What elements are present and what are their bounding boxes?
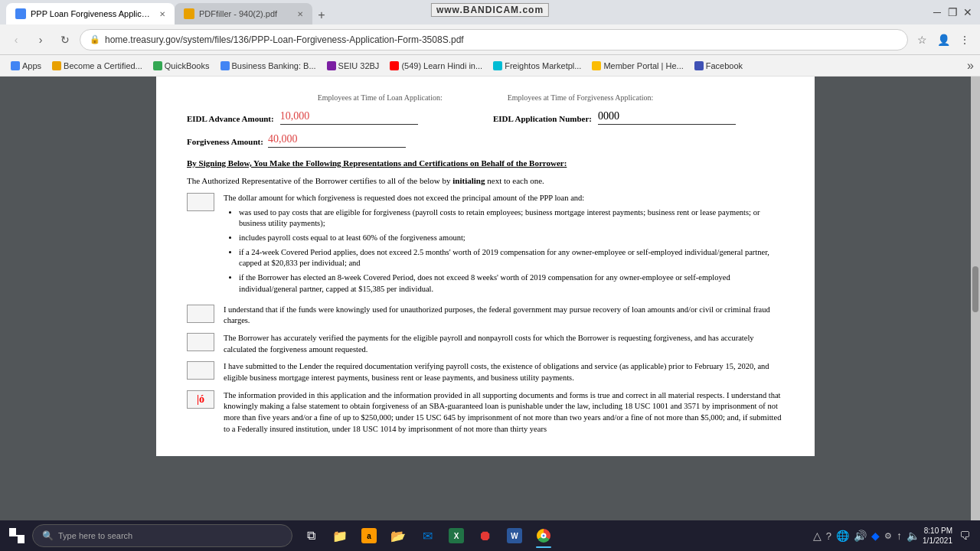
forgiveness-amount-value[interactable]: 40,000 xyxy=(268,131,406,148)
cert-text-1: The dollar amount for which forgiveness … xyxy=(224,193,784,298)
bookmark-freightos[interactable]: Freightos Marketpl... xyxy=(488,60,586,72)
eidl-application-value[interactable]: 0000 xyxy=(598,108,736,125)
forgiveness-amount-label: Forgiveness Amount: xyxy=(187,135,263,148)
tray-update-icon[interactable]: ↑ xyxy=(897,530,902,542)
cert-bullet-list-1: was used to pay costs that are eligible … xyxy=(224,207,784,295)
pdf-content: Employees at Time of Loan Application: E… xyxy=(156,77,815,456)
cert-box-4[interactable] xyxy=(187,361,214,380)
window-controls: ─ ❐ ✕ xyxy=(931,6,974,18)
close-button[interactable]: ✕ xyxy=(962,6,974,18)
bookmark-label-member: Member Portal | He... xyxy=(603,61,683,70)
taskbar-search[interactable]: 🔍 Type here to search xyxy=(32,524,292,547)
nav-bar: ‹ › ↻ 🔒 home.treasury.gov/system/files/1… xyxy=(0,24,980,55)
windows-logo-icon xyxy=(9,528,24,543)
tray-network-icon[interactable]: 🌐 xyxy=(836,530,849,542)
forward-button[interactable]: › xyxy=(31,30,51,50)
eidl-advance-field: EIDL Advance Amount: 10,000 xyxy=(187,108,478,125)
taskbar-icons-group: ⧉ 📁 a 📂 ✉ X ⏺ W xyxy=(294,522,812,549)
tray-extra-icon[interactable]: ⚙ xyxy=(884,531,892,541)
pdf-truncated-header: Employees at Time of Loan Application: E… xyxy=(187,92,784,103)
minimize-button[interactable]: ─ xyxy=(931,6,943,18)
tray-volume-icon[interactable]: 🔊 xyxy=(854,530,867,542)
bookmark-favicon-facebook xyxy=(694,61,704,70)
tray-expand-icon[interactable]: △ xyxy=(813,530,822,542)
bookmark-quickbooks[interactable]: QuickBooks xyxy=(149,60,214,72)
word-icon: W xyxy=(507,528,522,543)
chrome-button[interactable] xyxy=(530,522,557,549)
bookmark-banking[interactable]: Business Banking: B... xyxy=(216,60,321,72)
taskview-button[interactable]: ⧉ xyxy=(297,522,325,549)
word-button[interactable]: W xyxy=(501,522,528,549)
bookmark-facebook[interactable]: Facebook xyxy=(690,60,747,72)
eidl-application-field: EIDL Application Number: 0000 xyxy=(493,108,784,125)
menu-icon[interactable]: ⋮ xyxy=(956,31,974,49)
excel-icon: X xyxy=(449,528,464,543)
certification-item-2: I understand that if the funds were know… xyxy=(187,305,784,327)
record-icon: ⏺ xyxy=(478,528,493,543)
new-tab-button[interactable]: + xyxy=(312,6,331,24)
scroll-track[interactable] xyxy=(971,77,980,551)
start-button[interactable] xyxy=(3,522,31,549)
tray-question-icon[interactable]: ? xyxy=(826,530,831,542)
amazon-button[interactable]: a xyxy=(355,522,383,549)
bookmark-apps[interactable]: Apps xyxy=(6,60,46,72)
tab-close-2[interactable]: ✕ xyxy=(297,10,303,18)
cert-box-5[interactable]: |ó xyxy=(187,390,214,409)
bookmark-star-icon[interactable]: ☆ xyxy=(913,31,931,49)
refresh-button[interactable]: ↻ xyxy=(55,30,75,50)
bookmark-certified[interactable]: Become a Certified... xyxy=(47,60,147,72)
bookmark-label-facebook: Facebook xyxy=(706,61,743,70)
tab-inactive[interactable]: PDFfiller - 940(2).pdf ✕ xyxy=(175,3,312,24)
cert-box-2[interactable] xyxy=(187,305,214,323)
nav-right: ☆ 👤 ⋮ xyxy=(913,31,974,49)
tab-favicon-1 xyxy=(15,8,26,19)
chrome-icon xyxy=(537,529,550,543)
file-explorer-button[interactable]: 📁 xyxy=(326,522,354,549)
taskbar: 🔍 Type here to search ⧉ 📁 a 📂 ✉ X xyxy=(0,520,980,551)
system-tray: △ ? 🌐 🔊 ◆ ⚙ ↑ 🔈 xyxy=(813,530,920,542)
notification-button[interactable]: 🗨 xyxy=(956,527,974,545)
tray-speaker-icon[interactable]: 🔈 xyxy=(906,530,920,542)
cert-bullet-1-3: if a 24-week Covered Period applies, doe… xyxy=(239,247,784,269)
cert-text-content-1: The dollar amount for which forgiveness … xyxy=(224,194,584,202)
lock-icon: 🔒 xyxy=(90,34,100,44)
bookmark-member[interactable]: Member Portal | He... xyxy=(587,60,688,72)
maximize-button[interactable]: ❐ xyxy=(946,6,959,18)
bookmarks-more-button[interactable]: » xyxy=(967,59,974,73)
browser-window: PPP Loan Forgiveness Applicatio... ✕ PDF… xyxy=(0,0,980,551)
clock-date: 1/1/2021 xyxy=(923,536,952,546)
certification-item-1: The dollar amount for which forgiveness … xyxy=(187,193,784,298)
certification-item-5: |ó The information provided in this appl… xyxy=(187,390,784,435)
bookmark-seiu[interactable]: SEIU 32BJ xyxy=(322,60,384,72)
tray-dropbox-icon[interactable]: ◆ xyxy=(871,530,880,542)
certification-item-3: The Borrower has accurately verified the… xyxy=(187,333,784,355)
bookmark-label-hindi: (549) Learn Hindi in... xyxy=(401,61,482,70)
system-clock[interactable]: 8:10 PM 1/1/2021 xyxy=(923,526,952,546)
mail-button[interactable]: ✉ xyxy=(413,522,441,549)
profile-icon[interactable]: 👤 xyxy=(934,31,952,49)
eidl-advance-value[interactable]: 10,000 xyxy=(280,108,418,125)
excel-button[interactable]: X xyxy=(443,522,470,549)
cert-box-3[interactable] xyxy=(187,333,214,351)
address-bar[interactable]: 🔒 home.treasury.gov/system/files/136/PPP… xyxy=(80,29,908,51)
scroll-thumb[interactable] xyxy=(972,266,978,312)
record-button[interactable]: ⏺ xyxy=(472,522,499,549)
forgiveness-amount-row: Forgiveness Amount: 40,000 xyxy=(187,131,784,148)
windows-store-button[interactable]: 📂 xyxy=(384,522,412,549)
cert-text-2: I understand that if the funds were know… xyxy=(224,305,784,327)
cert-box-1[interactable] xyxy=(187,193,214,211)
title-bar: PPP Loan Forgiveness Applicatio... ✕ PDF… xyxy=(0,0,980,24)
cert-text-4: I have submitted to the Lender the requi… xyxy=(224,361,784,383)
bookmark-hindi[interactable]: (549) Learn Hindi in... xyxy=(385,60,487,72)
back-button[interactable]: ‹ xyxy=(6,30,26,50)
bookmark-favicon-hindi xyxy=(390,61,399,70)
taskbar-search-text: Type here to search xyxy=(58,531,132,540)
intro-bold: initialing xyxy=(452,176,485,185)
tab-close-1[interactable]: ✕ xyxy=(159,10,165,18)
pdf-viewer[interactable]: Employees at Time of Loan Application: E… xyxy=(0,77,971,551)
tab-active[interactable]: PPP Loan Forgiveness Applicatio... ✕ xyxy=(6,3,175,24)
file-explorer-icon: 📁 xyxy=(332,528,348,543)
cert-text-3: The Borrower has accurately verified the… xyxy=(224,333,784,355)
bookmark-label-banking: Business Banking: B... xyxy=(232,61,316,70)
bookmark-label-certified: Become a Certified... xyxy=(64,61,142,70)
